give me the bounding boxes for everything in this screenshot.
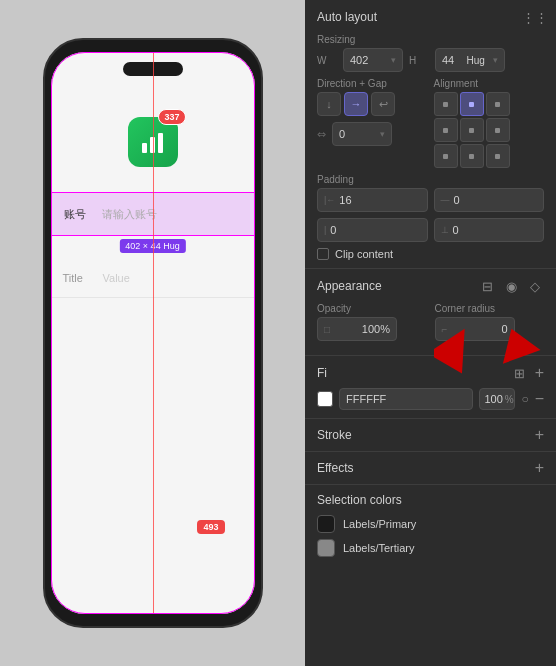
stroke-add-icon[interactable]: + bbox=[535, 427, 544, 443]
direction-label: Direction + Gap bbox=[317, 78, 428, 89]
height-input[interactable]: 44 Hug ▾ bbox=[435, 48, 505, 72]
clip-content-checkbox[interactable] bbox=[317, 248, 329, 260]
opacity-corner-row: Opacity □ 100% Corner radius ⌐ 0 bbox=[317, 303, 544, 341]
corner-radius-label: Corner radius bbox=[435, 303, 545, 314]
fill-grid-icon[interactable]: ⊞ bbox=[511, 364, 529, 382]
padding-section: Padding |← 16 — 0 | 0 ⊥ 0 bbox=[317, 174, 544, 242]
alignment-grid bbox=[434, 92, 545, 168]
input-placeholder: 请输入账号 bbox=[102, 207, 157, 222]
canvas-area: 337 账号 请输入账号 402 × 44 Hug Title Value 49… bbox=[0, 0, 305, 666]
dir-btn-down[interactable]: ↓ bbox=[317, 92, 341, 116]
pad-top-icon: — bbox=[441, 195, 450, 205]
pad-right-input[interactable]: | 0 bbox=[317, 218, 428, 242]
corner-radius-col: Corner radius ⌐ 0 bbox=[435, 303, 545, 341]
align-ml[interactable] bbox=[434, 118, 458, 142]
primary-color-label: Labels/Primary bbox=[343, 518, 416, 530]
fill-color-swatch[interactable] bbox=[317, 391, 333, 407]
svg-rect-2 bbox=[158, 133, 163, 153]
direction-col: Direction + Gap ↓ → ↩ ⇔ 0 ▾ bbox=[317, 78, 428, 168]
selection-colors-header: Selection colors bbox=[317, 493, 544, 507]
align-mc[interactable] bbox=[460, 118, 484, 142]
tertiary-color-swatch[interactable] bbox=[317, 539, 335, 557]
clip-content-label: Clip content bbox=[335, 248, 393, 260]
svg-rect-0 bbox=[142, 143, 147, 153]
effects-title: Effects bbox=[317, 461, 353, 475]
alignment-col: Alignment bbox=[434, 78, 545, 168]
width-input[interactable]: 402 ▾ bbox=[343, 48, 403, 72]
align-tr[interactable] bbox=[486, 92, 510, 116]
h-label: H bbox=[409, 55, 429, 66]
dir-btn-right[interactable]: → bbox=[344, 92, 368, 116]
phone-mockup: 337 账号 请输入账号 402 × 44 Hug Title Value 49… bbox=[43, 38, 263, 628]
fill-visibility-icon[interactable]: ○ bbox=[521, 392, 528, 406]
align-bc[interactable] bbox=[460, 144, 484, 168]
pad-left-icon: |← bbox=[324, 195, 335, 205]
direction-alignment-row: Direction + Gap ↓ → ↩ ⇔ 0 ▾ Alignment bbox=[317, 78, 544, 168]
phone-screen: 337 账号 请输入账号 402 × 44 Hug Title Value 49… bbox=[51, 52, 255, 614]
gap-icon: ⇔ bbox=[317, 128, 326, 141]
fill-add-icon[interactable]: + bbox=[535, 365, 544, 381]
percent-symbol: % bbox=[505, 394, 514, 405]
center-guide-vertical bbox=[153, 52, 154, 614]
w-label: W bbox=[317, 55, 337, 66]
selection-colors-section: Selection colors Labels/Primary Labels/T… bbox=[305, 485, 556, 571]
pad-top-input[interactable]: — 0 bbox=[434, 188, 545, 212]
sel-color-primary: Labels/Primary bbox=[317, 515, 544, 533]
padding-grid: |← 16 — 0 | 0 ⊥ 0 bbox=[317, 188, 544, 242]
pad-bottom-input[interactable]: ⊥ 0 bbox=[434, 218, 545, 242]
notification-badge-337: 337 bbox=[158, 109, 185, 125]
alignment-label: Alignment bbox=[434, 78, 545, 89]
autolayout-title: Auto layout bbox=[317, 10, 377, 24]
fill-hex-input[interactable]: FFFFFF bbox=[339, 388, 473, 410]
drop-icon[interactable]: ◇ bbox=[526, 277, 544, 295]
resizing-row: Resizing W 402 ▾ H 44 Hug ▾ bbox=[317, 34, 544, 72]
clip-content-row: Clip content bbox=[317, 248, 544, 260]
padding-label: Padding bbox=[317, 174, 544, 185]
effects-add-icon[interactable]: + bbox=[535, 460, 544, 476]
resizing-label: Resizing bbox=[317, 34, 544, 45]
pad-left-input[interactable]: |← 16 bbox=[317, 188, 428, 212]
stroke-title: Stroke bbox=[317, 428, 352, 442]
opacity-col: Opacity □ 100% bbox=[317, 303, 427, 341]
badge-493: 493 bbox=[197, 520, 224, 534]
appearance-icons: ⊟ ◉ ◇ bbox=[478, 277, 544, 295]
visibility-icon[interactable]: ◉ bbox=[502, 277, 520, 295]
dir-btn-wrap[interactable]: ↩ bbox=[371, 92, 395, 116]
stroke-section: Stroke + bbox=[305, 419, 556, 452]
value-text: Value bbox=[103, 272, 130, 284]
layers-icon[interactable]: ⊟ bbox=[478, 277, 496, 295]
sel-color-tertiary: Labels/Tertiary bbox=[317, 539, 544, 557]
primary-color-swatch[interactable] bbox=[317, 515, 335, 533]
fill-remove-icon[interactable]: − bbox=[535, 391, 544, 407]
input-label: 账号 bbox=[64, 207, 94, 222]
properties-panel: Auto layout ⋮⋮ Resizing W 402 ▾ H 44 Hug… bbox=[305, 0, 556, 666]
autolayout-header: Auto layout ⋮⋮ bbox=[317, 8, 544, 26]
fill-row: FFFFFF 100 % ○ − bbox=[317, 388, 544, 410]
align-bl[interactable] bbox=[434, 144, 458, 168]
selection-colors-title: Selection colors bbox=[317, 493, 402, 507]
align-tc[interactable] bbox=[460, 92, 484, 116]
wh-row: W 402 ▾ H 44 Hug ▾ bbox=[317, 48, 544, 72]
corner-radius-input[interactable]: ⌐ 0 bbox=[435, 317, 515, 341]
opacity-input[interactable]: □ 100% bbox=[317, 317, 397, 341]
fill-opacity-input[interactable]: 100 % bbox=[479, 388, 515, 410]
appearance-section: Appearance ⊟ ◉ ◇ Opacity □ 100% Corner r… bbox=[305, 269, 556, 356]
align-tl[interactable] bbox=[434, 92, 458, 116]
align-br[interactable] bbox=[486, 144, 510, 168]
autolayout-section: Auto layout ⋮⋮ Resizing W 402 ▾ H 44 Hug… bbox=[305, 0, 556, 269]
direction-buttons: ↓ → ↩ bbox=[317, 92, 428, 116]
gap-row: ⇔ 0 ▾ bbox=[317, 122, 428, 146]
gap-input[interactable]: 0 ▾ bbox=[332, 122, 392, 146]
fill-header: Fi ⊞ + bbox=[317, 364, 544, 382]
effects-section: Effects + bbox=[305, 452, 556, 485]
align-mr[interactable] bbox=[486, 118, 510, 142]
pad-bottom-icon: ⊥ bbox=[441, 225, 449, 235]
appearance-header: Appearance ⊟ ◉ ◇ bbox=[317, 277, 544, 295]
pad-right-icon: | bbox=[324, 225, 326, 235]
opacity-label: Opacity bbox=[317, 303, 427, 314]
autolayout-options-icon[interactable]: ⋮⋮ bbox=[526, 8, 544, 26]
fill-header-icons: ⊞ + bbox=[511, 364, 544, 382]
fill-title: Fi bbox=[317, 366, 327, 380]
title-text: Title bbox=[63, 272, 103, 284]
fill-section: Fi ⊞ + FFFFFF 100 % ○ − bbox=[305, 356, 556, 419]
